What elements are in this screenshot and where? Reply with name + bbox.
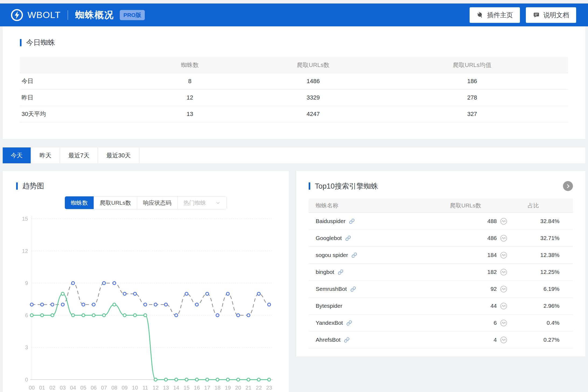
spider-name: Baiduspider <box>316 218 346 224</box>
spider-percent-cell: 32.84% <box>507 218 569 224</box>
svg-text:17: 17 <box>204 385 210 391</box>
svg-text:3: 3 <box>25 344 28 350</box>
plugin-home-button[interactable]: 插件主页 <box>470 7 520 23</box>
link-icon[interactable] <box>338 269 343 275</box>
spider-percent-cell: 6.19% <box>507 286 569 292</box>
stats-row: 昨日123329278 <box>20 90 568 106</box>
top10-more-button[interactable] <box>563 181 573 191</box>
chevron-down-icon <box>215 200 221 206</box>
plug-icon <box>477 12 484 19</box>
svg-text:01: 01 <box>39 385 45 391</box>
trend-icon[interactable] <box>500 319 507 327</box>
top10-table-header: 蜘蛛名称爬取URLs数占比 <box>309 199 573 213</box>
plugin-home-label: 插件主页 <box>487 11 513 19</box>
spider-row: Bytespider442.96% <box>309 298 573 315</box>
link-icon[interactable] <box>349 218 355 224</box>
link-icon[interactable] <box>345 235 351 241</box>
range-tab-最近7天[interactable]: 最近7天 <box>60 147 97 163</box>
spider-urls-count: 488 <box>487 218 497 224</box>
trend-icon[interactable] <box>500 235 507 242</box>
range-tab-最近30天[interactable]: 最近30天 <box>98 147 139 163</box>
trend-icon[interactable] <box>500 252 507 259</box>
stats-row-label: 30天平均 <box>20 106 129 122</box>
chart-metric-tabs-wrap: 蜘蛛数爬取URLs数响应状态码热门蜘蛛 <box>16 196 275 209</box>
spider-name: Bytespider <box>316 303 342 309</box>
range-tab-昨天[interactable]: 昨天 <box>31 147 59 163</box>
spider-name-cell: sogou spider <box>312 252 424 258</box>
today-stats-table: 蜘蛛数爬取URLs数爬取URLs均值今日81486186昨日1233292783… <box>20 57 568 122</box>
spider-name: SemrushBot <box>316 286 347 292</box>
today-section-title-text: 今日蜘蛛 <box>26 38 55 47</box>
trend-icon[interactable] <box>500 218 507 225</box>
docs-label: 说明文档 <box>543 11 569 19</box>
top10-title-row: Top10搜索引擎蜘蛛 <box>309 181 573 191</box>
svg-text:12: 12 <box>153 385 159 391</box>
spider-name-cell: Baiduspider <box>312 218 424 224</box>
svg-text:12: 12 <box>22 248 28 254</box>
trend-line-chart: 0369121500010203040506070809101112131415… <box>16 212 275 392</box>
spider-name-cell: SemrushBot <box>312 286 424 292</box>
spider-percent: 6.19% <box>543 286 559 292</box>
stats-column-header <box>20 57 129 73</box>
link-icon[interactable] <box>351 252 357 258</box>
range-tab-今天[interactable]: 今天 <box>3 147 31 163</box>
chevron-right-icon <box>565 183 571 189</box>
link-icon[interactable] <box>346 320 352 326</box>
chart-tab-蜘蛛数[interactable]: 蜘蛛数 <box>65 196 94 209</box>
spider-name-cell: Googlebot <box>312 235 424 241</box>
bottom-panels: 趋势图 蜘蛛数爬取URLs数响应状态码热门蜘蛛 0369121500010203… <box>3 171 585 392</box>
stats-row: 今日81486186 <box>20 73 568 90</box>
spider-name: sogou spider <box>316 252 348 258</box>
pro-badge: PRO版 <box>120 10 145 20</box>
spider-name: YandexBot <box>316 320 343 326</box>
link-icon[interactable] <box>350 286 356 292</box>
svg-text:0: 0 <box>25 377 28 383</box>
trend-icon[interactable] <box>500 285 507 293</box>
date-range-tabs: 今天昨天最近7天最近30天 <box>3 147 585 163</box>
spider-row: Googlebot48632.71% <box>309 230 573 247</box>
chart-tab-label: 响应状态码 <box>143 199 171 207</box>
stats-value: 1486 <box>250 73 376 90</box>
brand-name: WBOLT <box>27 10 61 20</box>
svg-text:6: 6 <box>25 312 28 318</box>
spider-percent-cell: 32.71% <box>507 235 569 241</box>
docs-button[interactable]: 说明文档 <box>526 7 576 23</box>
link-icon[interactable] <box>344 337 350 343</box>
spider-name: Googlebot <box>316 235 342 241</box>
top10-column-header: 占比 <box>507 202 569 209</box>
spider-percent-cell: 0.4% <box>507 320 569 326</box>
stats-column-header: 蜘蛛数 <box>129 57 250 73</box>
top10-column-header: 蜘蛛名称 <box>312 202 424 209</box>
chart-tab-响应状态码[interactable]: 响应状态码 <box>137 196 178 209</box>
spider-urls-cell: 486 <box>424 235 507 242</box>
stats-value: 12 <box>129 90 250 106</box>
spider-urls-cell: 184 <box>424 252 507 259</box>
stats-row: 30天平均134247327 <box>20 106 568 122</box>
chart-tab-爬取URLs数[interactable]: 爬取URLs数 <box>94 196 137 209</box>
stats-value: 327 <box>376 106 568 122</box>
stats-value: 3329 <box>250 90 376 106</box>
hot-spider-select[interactable]: 热门蜘蛛 <box>178 196 227 209</box>
chart-tab-label: 蜘蛛数 <box>71 199 88 207</box>
spider-urls-cell: 92 <box>424 285 507 293</box>
spider-urls-cell: 4 <box>424 336 507 344</box>
trend-icon[interactable] <box>500 269 507 276</box>
trend-icon[interactable] <box>500 302 507 310</box>
top10-column-header: 爬取URLs数 <box>424 202 507 209</box>
spider-percent: 32.71% <box>540 235 559 241</box>
spider-name-cell: AhrefsBot <box>312 337 424 343</box>
top10-section-title-text: Top10搜索引擎蜘蛛 <box>315 181 378 191</box>
svg-text:03: 03 <box>60 385 66 391</box>
spider-name-cell: bingbot <box>312 269 424 275</box>
spider-name-cell: Bytespider <box>312 303 424 309</box>
spider-percent: 12.25% <box>540 269 559 275</box>
svg-text:13: 13 <box>163 385 169 391</box>
svg-text:19: 19 <box>225 385 231 391</box>
trend-icon[interactable] <box>500 336 507 344</box>
spider-percent: 32.84% <box>540 218 559 224</box>
stats-value: 13 <box>129 106 250 122</box>
spider-percent: 2.96% <box>543 303 559 309</box>
spider-urls-count: 92 <box>491 286 497 292</box>
stats-column-header: 爬取URLs数 <box>250 57 376 73</box>
chart-metric-tabs: 蜘蛛数爬取URLs数响应状态码热门蜘蛛 <box>65 196 227 209</box>
